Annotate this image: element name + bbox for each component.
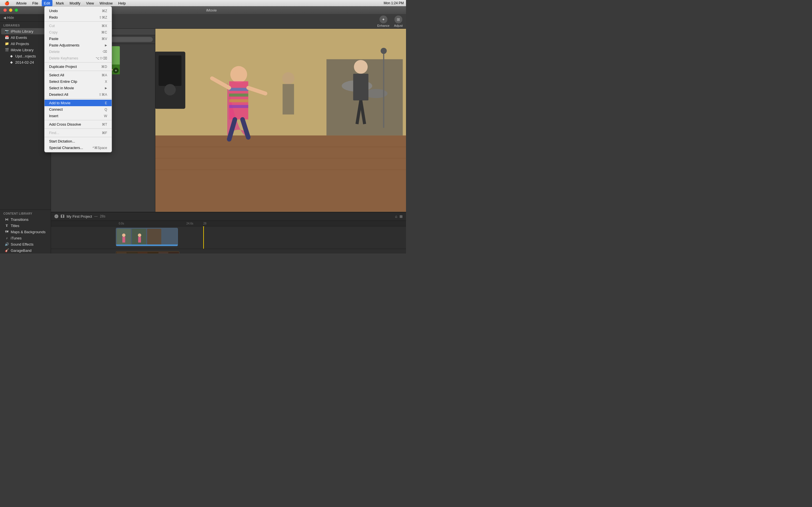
edit-dropdown-menu: Undo ⌘Z Redo ⇧⌘Z Cut ⌘X Copy ⌘C Paste ⌘V… bbox=[44, 6, 112, 152]
menu-item-connect[interactable]: Connect Q bbox=[45, 106, 112, 113]
menu-item-special-chars[interactable]: Special Characters... ^⌘Space bbox=[45, 145, 112, 151]
menubar-datetime: Mon 1:24 PM bbox=[384, 1, 404, 5]
paste-shortcut: ⌘V bbox=[101, 37, 107, 41]
find-shortcut: ⌘F bbox=[102, 131, 107, 135]
menu-item-undo[interactable]: Undo ⌘Z bbox=[45, 8, 112, 14]
paste-adj-arrow: ▶ bbox=[105, 44, 107, 47]
insert-shortcut: W bbox=[104, 114, 107, 118]
menubar-window[interactable]: Window bbox=[97, 0, 115, 6]
sel-movie-arrow: ▶ bbox=[105, 87, 107, 90]
delete-shortcut: ⌫ bbox=[103, 50, 107, 54]
menu-sep-1 bbox=[45, 21, 112, 22]
desel-all-shortcut: ⇧⌘A bbox=[99, 93, 107, 97]
menubar-edit[interactable]: Edit bbox=[42, 0, 52, 6]
menu-item-cross-dissolve[interactable]: Add Cross Dissolve ⌘T bbox=[45, 121, 112, 128]
menu-item-select-entire-clip[interactable]: Select Entire Clip X bbox=[45, 78, 112, 85]
menubar-modify[interactable]: Modify bbox=[67, 0, 83, 6]
menu-item-copy: Copy ⌘C bbox=[45, 29, 112, 36]
menu-item-redo[interactable]: Redo ⇧⌘Z bbox=[45, 14, 112, 20]
menu-item-delete: Delete ⌫ bbox=[45, 48, 112, 55]
menu-sep-4 bbox=[45, 99, 112, 99]
menu-item-add-to-movie[interactable]: Add to Movie E bbox=[45, 100, 112, 106]
dropdown-overlay[interactable]: Undo ⌘Z Redo ⇧⌘Z Cut ⌘X Copy ⌘C Paste ⌘V… bbox=[0, 0, 406, 253]
menu-item-select-all[interactable]: Select All ⌘A bbox=[45, 72, 112, 78]
copy-shortcut: ⌘C bbox=[101, 31, 107, 34]
menu-sep-6 bbox=[45, 128, 112, 129]
apple-menu-item[interactable]: 🍎 bbox=[2, 0, 11, 6]
menu-item-duplicate-project[interactable]: Duplicate Project ⌘D bbox=[45, 63, 112, 70]
menu-sep-3 bbox=[45, 71, 112, 71]
menubar-imovie[interactable]: iMovie bbox=[14, 0, 29, 6]
menubar-view[interactable]: View bbox=[84, 0, 96, 6]
menubar-right: Mon 1:24 PM bbox=[384, 1, 404, 5]
add-movie-shortcut: E bbox=[105, 101, 107, 105]
menu-sep-5 bbox=[45, 120, 112, 120]
menu-sep-7 bbox=[45, 137, 112, 137]
menu-item-delete-keyframes: Delete Keyframes ⌥⇧⌫ bbox=[45, 55, 112, 61]
menu-item-paste[interactable]: Paste ⌘V bbox=[45, 36, 112, 42]
menubar-help[interactable]: Help bbox=[116, 0, 128, 6]
dup-proj-shortcut: ⌘D bbox=[101, 65, 107, 69]
menu-item-cut: Cut ⌘X bbox=[45, 22, 112, 29]
menu-item-deselect-all[interactable]: Deselect All ⇧⌘A bbox=[45, 91, 112, 98]
sel-clip-shortcut: X bbox=[105, 80, 107, 83]
menu-item-dictation[interactable]: Start Dictation... bbox=[45, 138, 112, 145]
menu-item-insert[interactable]: Insert W bbox=[45, 113, 112, 119]
redo-shortcut: ⇧⌘Z bbox=[99, 15, 107, 19]
undo-shortcut: ⌘Z bbox=[102, 9, 107, 13]
sel-all-shortcut: ⌘A bbox=[101, 73, 107, 77]
connect-shortcut: Q bbox=[105, 108, 107, 112]
cut-shortcut: ⌘X bbox=[101, 24, 107, 28]
menubar-mark[interactable]: Mark bbox=[54, 0, 66, 6]
menubar-file[interactable]: File bbox=[30, 0, 41, 6]
menubar: 🍎 iMovie File Edit Mark Modify View Wind… bbox=[0, 0, 406, 6]
menu-item-paste-adjustments[interactable]: Paste Adjustments ▶ bbox=[45, 42, 112, 48]
dissolve-shortcut: ⌘T bbox=[102, 122, 107, 126]
special-chars-shortcut: ^⌘Space bbox=[93, 146, 107, 150]
menu-item-select-in-movie[interactable]: Select in Movie ▶ bbox=[45, 85, 112, 91]
menu-item-find: Find... ⌘F bbox=[45, 129, 112, 136]
delete-kf-shortcut: ⌥⇧⌫ bbox=[96, 56, 107, 60]
